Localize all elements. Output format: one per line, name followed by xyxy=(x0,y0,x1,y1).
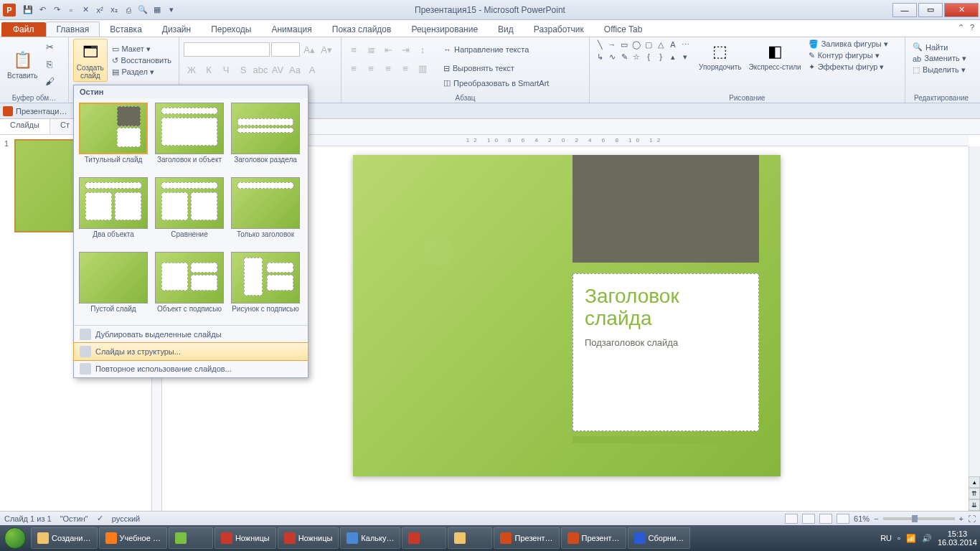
start-button[interactable] xyxy=(0,525,30,551)
quick-styles-button[interactable]: ◧ Экспресс-стили xyxy=(746,39,804,72)
new-icon[interactable]: ▫ xyxy=(65,4,77,17)
zoom-thumb[interactable] xyxy=(912,515,918,522)
taskbar-item[interactable]: Ножницы xyxy=(215,527,276,549)
spacing-button[interactable]: AV xyxy=(270,62,286,77)
taskbar-item[interactable]: Презент… xyxy=(561,527,626,549)
shape-effects-button[interactable]: ✦Эффекты фигур ▾ xyxy=(806,62,891,72)
tab-home[interactable]: Главная xyxy=(46,22,100,37)
taskbar-item[interactable]: Учебное … xyxy=(99,527,167,549)
taskbar-item[interactable]: Ножницы xyxy=(278,527,339,549)
print-icon[interactable]: ⎙ xyxy=(122,4,135,17)
undo-icon[interactable]: ↶ xyxy=(36,4,49,17)
sorter-view-icon[interactable] xyxy=(802,514,815,524)
layout-option[interactable]: Пустой слайд xyxy=(77,250,150,322)
layout-option[interactable]: Сравнение xyxy=(153,176,226,248)
redo-icon[interactable]: ↷ xyxy=(50,4,63,17)
shape-fill-button[interactable]: 🪣Заливка фигуры ▾ xyxy=(806,39,891,50)
maximize-button[interactable]: ▭ xyxy=(918,3,943,17)
duplicate-slides-cmd[interactable]: Дублировать выделенные слайды xyxy=(74,326,308,343)
minimize-button[interactable]: — xyxy=(892,3,917,17)
align-center-icon[interactable]: ≡ xyxy=(363,60,379,76)
shadow-button[interactable]: S xyxy=(235,62,251,77)
slide-canvas[interactable]: Заголовок слайда Подзаголовок слайда xyxy=(353,155,781,476)
fit-window-icon[interactable]: ⛶ xyxy=(968,514,976,523)
tab-review[interactable]: Рецензирование xyxy=(401,22,488,37)
shape-down-icon[interactable]: ▾ xyxy=(679,51,691,62)
shape-star-icon[interactable]: ☆ xyxy=(631,51,642,62)
bold-button[interactable]: Ж xyxy=(184,62,199,77)
normal-view-icon[interactable] xyxy=(785,514,798,524)
paste-button[interactable]: 📋 Вставить xyxy=(4,47,40,81)
taskbar-item[interactable]: Создани… xyxy=(31,527,98,549)
align-left-icon[interactable]: ≡ xyxy=(346,60,362,76)
layout-option[interactable]: Заголовок и объект xyxy=(153,101,226,173)
bullets-icon[interactable]: ≡ xyxy=(346,42,362,57)
taskbar-item[interactable] xyxy=(402,527,446,549)
shape-rrect-icon[interactable]: ▢ xyxy=(643,39,654,50)
line-spacing-icon[interactable]: ↕ xyxy=(415,42,430,57)
taskbar-item[interactable] xyxy=(169,527,213,549)
shape-conn-icon[interactable]: ↳ xyxy=(594,51,606,62)
status-lang[interactable]: русский xyxy=(112,514,140,523)
cut-icon[interactable]: ✂ xyxy=(42,39,57,55)
zoom-in-icon[interactable]: + xyxy=(959,514,963,523)
tab-officetab[interactable]: Office Tab xyxy=(594,22,653,37)
layout-option[interactable]: Только заголовок xyxy=(229,176,302,248)
shape-rect-icon[interactable]: ▭ xyxy=(618,39,630,50)
shrink-font-icon[interactable]: A▾ xyxy=(319,42,334,57)
tray-lang[interactable]: RU xyxy=(880,534,892,542)
slide-subtitle-text[interactable]: Подзаголовок слайда xyxy=(585,337,747,348)
shape-triangle-icon[interactable]: △ xyxy=(655,39,666,50)
format-painter-icon[interactable]: 🖌 xyxy=(42,73,57,89)
scroll-up-icon[interactable]: ▴ xyxy=(969,476,980,488)
reuse-slides-cmd[interactable]: Повторное использование слайдов... xyxy=(74,360,308,377)
taskbar-item[interactable] xyxy=(448,527,492,549)
shape-line-icon[interactable]: ╲ xyxy=(594,39,606,50)
help-icon[interactable]: ? xyxy=(970,23,974,32)
tab-insert[interactable]: Вставка xyxy=(100,22,152,37)
preview-icon[interactable]: 🔍 xyxy=(136,4,149,17)
slide-title-placeholder[interactable]: Заголовок слайда Подзаголовок слайда xyxy=(573,273,759,431)
section-button[interactable]: ▤Раздел ▾ xyxy=(109,67,174,77)
grow-font-icon[interactable]: A▴ xyxy=(301,42,317,57)
subscript-icon[interactable]: x₂ xyxy=(108,4,121,17)
layout-button[interactable]: ▭Макет ▾ xyxy=(109,44,174,55)
align-right-icon[interactable]: ≡ xyxy=(380,60,396,76)
vertical-scrollbar[interactable]: ▴ ⇈ ⇊ xyxy=(969,146,980,511)
taskbar-item[interactable]: Сборни… xyxy=(628,527,691,549)
case-button[interactable]: Aa xyxy=(287,62,303,77)
shape-free-icon[interactable]: ✎ xyxy=(618,51,630,62)
close-button[interactable]: ✕ xyxy=(944,3,979,17)
file-tab[interactable]: Файл xyxy=(1,22,46,37)
tray-sound-icon[interactable]: 🔊 xyxy=(922,534,932,543)
shape-curve-icon[interactable]: ∿ xyxy=(606,51,618,62)
replace-button[interactable]: abЗаменить ▾ xyxy=(910,53,973,64)
slide-brown-placeholder[interactable] xyxy=(573,155,759,263)
minimize-ribbon-icon[interactable]: ⌃ xyxy=(958,23,964,32)
font-color-button[interactable]: A xyxy=(304,62,320,77)
smartart-button[interactable]: ◫Преобразовать в SmartArt xyxy=(440,77,552,88)
font-size-combo[interactable] xyxy=(271,42,300,57)
doc-tab-label[interactable]: Презентаци… xyxy=(16,107,67,116)
arrange-button[interactable]: ⬚ Упорядочить xyxy=(696,39,745,72)
tab-view[interactable]: Вид xyxy=(488,22,524,37)
numbering-icon[interactable]: ≣ xyxy=(363,42,379,57)
taskbar-item[interactable]: Кальку… xyxy=(340,527,400,549)
slide-title-text[interactable]: Заголовок слайда xyxy=(585,286,747,330)
shape-text-icon[interactable]: A xyxy=(667,39,679,50)
find-button[interactable]: 🔍Найти xyxy=(910,42,973,52)
layout-option[interactable]: Титульный слайд xyxy=(77,101,150,173)
quickprint-icon[interactable]: ▦ xyxy=(151,4,164,17)
underline-button[interactable]: Ч xyxy=(218,62,234,77)
open-icon[interactable]: ✕ xyxy=(79,4,92,17)
columns-icon[interactable]: ▥ xyxy=(415,60,430,76)
zoom-out-icon[interactable]: − xyxy=(874,514,878,523)
new-slide-button[interactable]: 🗔 Создать слайд xyxy=(73,39,108,82)
shape-more-icon[interactable]: ⋯ xyxy=(679,39,691,50)
layout-option[interactable]: Рисунок с подписью xyxy=(229,250,302,322)
tab-design[interactable]: Дизайн xyxy=(152,22,201,37)
tray-clock[interactable]: 15:13 16.03.2014 xyxy=(938,529,977,547)
shape-arrow-icon[interactable]: → xyxy=(606,39,618,50)
indent-inc-icon[interactable]: ⇥ xyxy=(397,42,413,57)
shapes-gallery[interactable]: ╲ → ▭ ◯ ▢ △ A ⋯ ↳ ∿ ✎ ☆ { } ▴ ▾ xyxy=(594,39,694,62)
